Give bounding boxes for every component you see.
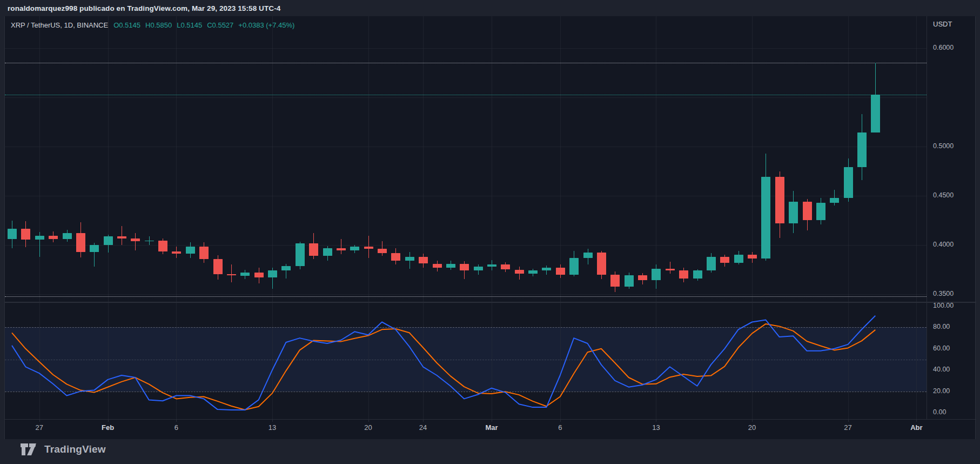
- price-pane[interactable]: [5, 16, 927, 302]
- candle-body: [158, 241, 167, 251]
- time-tick-mark: [560, 420, 561, 422]
- symbol-title[interactable]: XRP / TetherUS, 1D, BINANCE: [11, 21, 108, 29]
- candle-wick: [135, 233, 136, 250]
- candle-body: [268, 270, 277, 277]
- candle-wick: [341, 239, 341, 254]
- candle-body: [117, 236, 126, 239]
- time-tick-mark: [176, 420, 177, 422]
- candle-wick: [231, 264, 232, 282]
- candle-body: [63, 233, 72, 239]
- candle-body: [460, 264, 469, 271]
- candle-wick: [122, 226, 122, 245]
- last-price-line: [5, 95, 927, 95]
- candle-body: [391, 253, 400, 261]
- price-tick-label: 0.4500: [933, 191, 954, 199]
- candle-body: [528, 270, 538, 274]
- time-tick-label: 6: [558, 423, 562, 432]
- candle-body: [610, 275, 620, 287]
- candle-body: [830, 198, 839, 203]
- ohlc-high: H0.5850: [145, 21, 172, 29]
- candle-body: [501, 264, 510, 269]
- candle-body: [296, 243, 305, 266]
- time-tick-label: 20: [748, 423, 756, 432]
- price-tick-label: 0.5000: [933, 142, 954, 150]
- candle-body: [227, 274, 236, 276]
- ohlc-low: L0.5145: [177, 21, 202, 29]
- stochastic-band-line-middle: [5, 360, 927, 360]
- candle-body: [693, 270, 702, 279]
- time-tick-label: 27: [35, 423, 43, 432]
- candle-body: [446, 264, 455, 268]
- candle-body: [21, 229, 30, 240]
- time-tick-mark: [656, 420, 656, 422]
- time-tick-mark: [848, 420, 849, 422]
- candle-body: [76, 233, 85, 252]
- time-tick-label: 20: [364, 423, 372, 432]
- candle-body: [90, 245, 99, 252]
- time-tick-mark: [108, 420, 109, 422]
- candle-body: [748, 255, 757, 258]
- candle-body: [487, 264, 496, 267]
- price-change: +0.0383 (+7.45%): [238, 21, 294, 29]
- candle-body: [542, 268, 551, 271]
- ohlc-open: O0.5145: [113, 21, 140, 29]
- stochastic-band-line-upper: [5, 327, 927, 328]
- time-tick-label: 13: [652, 423, 660, 432]
- time-tick-mark: [423, 420, 424, 422]
- candle-body: [597, 253, 606, 275]
- price-tick-label: 0.3500: [933, 290, 954, 297]
- price-axis[interactable]: USDT 0.60000.50000.45000.40000.3500 100.…: [927, 16, 976, 419]
- candle-body: [419, 257, 428, 264]
- candle-body: [761, 177, 770, 258]
- high-level-line: [5, 63, 927, 63]
- candle-body: [652, 269, 661, 281]
- candle-body: [254, 273, 264, 277]
- candle-body: [309, 243, 318, 256]
- candle-body: [474, 267, 483, 270]
- candle-body: [789, 202, 798, 223]
- candle-body: [240, 273, 250, 276]
- time-tick-label: Abr: [910, 423, 922, 432]
- price-tick-label: 0.4000: [933, 241, 954, 248]
- tradingview-watermark[interactable]: TradingView: [21, 443, 106, 455]
- tradingview-brand-text: TradingView: [44, 443, 106, 455]
- time-axis[interactable]: 27Feb6132024Mar6132027Abr: [5, 420, 976, 439]
- candle-body: [638, 275, 647, 280]
- candle-body: [625, 275, 634, 287]
- symbol-legend[interactable]: XRP / TetherUS, 1D, BINANCEO0.5145H0.585…: [11, 21, 294, 29]
- candle-body: [131, 238, 140, 241]
- pane-separator[interactable]: [5, 302, 976, 303]
- candle-body: [104, 236, 113, 245]
- attribution-text: ronaldomarquez998 publicado en TradingVi…: [8, 4, 280, 14]
- time-tick-mark: [368, 420, 369, 422]
- candle-body: [405, 257, 414, 261]
- candle-body: [323, 248, 332, 256]
- candle-body: [844, 167, 853, 197]
- candle-body: [378, 249, 387, 253]
- candle-body: [337, 248, 346, 250]
- stochastic-tick-label: 80.00: [933, 323, 950, 330]
- time-tick-mark: [272, 420, 273, 422]
- candle-body: [515, 270, 524, 274]
- candle-body: [433, 264, 442, 268]
- time-tick-label: 27: [844, 423, 851, 432]
- stochastic-tick-label: 60.00: [933, 344, 950, 352]
- time-tick-mark: [39, 420, 40, 422]
- candle-wick: [670, 262, 670, 274]
- stochastic-tick-label: 100.00: [933, 302, 954, 309]
- time-tick-mark: [916, 420, 917, 422]
- time-tick-label: Mar: [485, 423, 498, 432]
- candle-body: [8, 229, 17, 239]
- candle-body: [720, 257, 729, 263]
- candle-body: [569, 258, 579, 275]
- stochastic-tick-label: 20.00: [933, 387, 950, 395]
- candle-body: [364, 247, 373, 249]
- candle-body: [803, 202, 812, 221]
- price-tick-label: 0.6000: [933, 44, 954, 51]
- stochastic-pane[interactable]: [5, 303, 927, 419]
- candle-body: [775, 177, 784, 223]
- candle-body: [871, 95, 880, 132]
- chart-container[interactable]: XRP / TetherUS, 1D, BINANCEO0.5145H0.585…: [4, 16, 976, 439]
- candle-body: [734, 255, 743, 263]
- candle-body: [679, 270, 688, 279]
